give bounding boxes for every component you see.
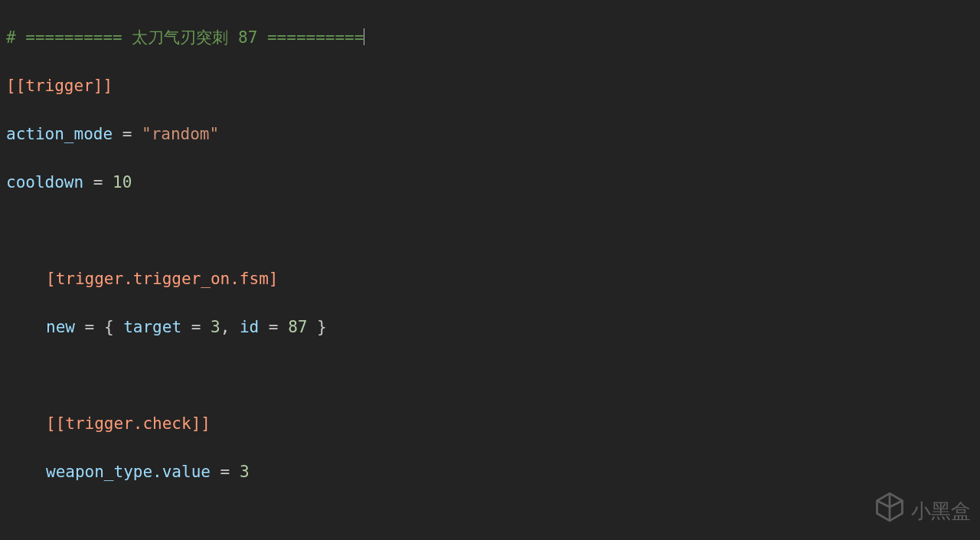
section-trigger: [[trigger]]	[6, 74, 974, 99]
kv-cooldown: cooldown = 10	[6, 171, 974, 195]
blank-line	[6, 509, 974, 533]
section-check: [[trigger.check]]	[6, 412, 974, 437]
cursor	[364, 28, 364, 45]
section-fsm: [trigger.trigger_on.fsm]	[6, 267, 974, 292]
blank-line	[6, 364, 974, 388]
blank-line	[6, 219, 974, 244]
kv-fsm-new: new = { target = 3, id = 87 }	[6, 316, 974, 340]
kv-weapon-type: weapon_type.value = 3	[6, 460, 974, 485]
code-editor[interactable]: # ========== 太刀气刃突刺 87 ========== [[trig…	[0, 0, 980, 540]
comment-header: # ========== 太刀气刃突刺 87 ==========	[6, 26, 974, 51]
kv-action-mode: action_mode = "random"	[6, 123, 974, 147]
